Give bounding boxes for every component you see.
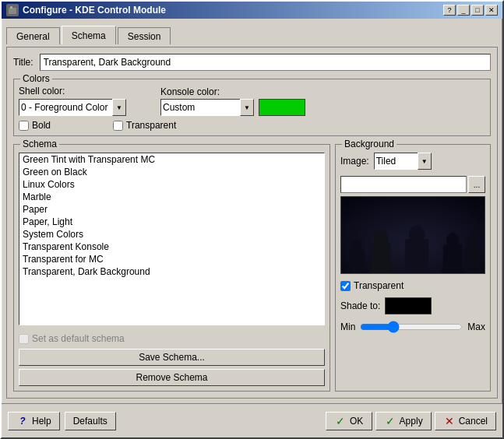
main-content: General Schema Session Title: Colors [2,19,502,403]
shell-color-select-wrapper: 0 - Foreground Color 1 - Background Colo… [19,99,126,116]
maximize-button[interactable]: □ [471,5,484,16]
colors-content: Shell color: 0 - Foreground Color 1 - Ba… [19,86,485,131]
svg-rect-1 [10,6,12,9]
tiled-select-wrapper: Tiled Scaled Centered None ▼ [374,153,432,170]
schema-list[interactable]: Green Tint with Transparent MC Green on … [19,153,324,325]
transparent-color-checkbox[interactable] [113,121,123,131]
save-schema-button[interactable]: Save Schema... [19,349,325,366]
image-label: Image: [340,156,369,167]
tab-general[interactable]: General [6,27,60,44]
schema-group: Schema Green Tint with Transparent MC Gr… [13,144,330,392]
checkbox-row: Bold Transparent [19,120,485,131]
slider-max-label: Max [467,321,485,332]
list-item[interactable]: Paper [19,203,324,216]
ok-button[interactable]: ✓ OK [326,412,372,430]
list-item[interactable]: Green Tint with Transparent MC [19,153,324,166]
title-input[interactable] [40,54,491,71]
konsole-inner: Custom Black Red Green ▼ [160,99,305,116]
bg-image-row: Image: Tiled Scaled Centered None ▼ [340,153,485,170]
titlebar-left: Configure - KDE Control Module [6,4,166,16]
set-default-label: Set as default schema [32,333,125,344]
titlebar-buttons: ? _ □ ✕ [443,5,498,16]
svg-point-15 [467,236,478,250]
tiled-select[interactable]: Tiled Scaled Centered None [374,153,432,170]
bg-transparent-row: Transparent [340,280,485,291]
close-button[interactable]: ✕ [485,5,498,16]
transparent-color-label: Transparent [126,120,176,131]
tab-bar: General Schema Session [6,23,498,44]
bg-path-input[interactable] [340,176,467,193]
bg-browse-button[interactable]: ... [468,176,485,193]
list-item[interactable]: Paper, Light [19,216,324,228]
colors-group-title: Colors [20,73,52,84]
svg-rect-0 [9,8,16,14]
tab-content-schema: Title: Colors Shell color: 0 - Foregroun… [6,47,498,399]
schema-panel: Schema Green Tint with Transparent MC Gr… [13,141,330,392]
title-label: Title: [13,57,33,68]
transparent-checkbox-item: Transparent [113,120,176,131]
help-icon: ? [16,415,29,427]
help-button[interactable]: ? Help [8,412,60,430]
set-default-row: Set as default schema [19,332,325,346]
help-button[interactable]: ? [443,5,456,16]
window-title: Configure - KDE Control Module [23,5,166,16]
svg-point-12 [446,233,459,248]
bottom-right-buttons: ✓ OK ✓ Apply ✕ Cancel [326,412,496,430]
app-icon [6,4,19,16]
titlebar: Configure - KDE Control Module ? _ □ ✕ [2,2,502,19]
konsole-color-label: Konsole color: [160,86,305,97]
list-item[interactable]: System Colors [19,228,324,241]
shell-color-select[interactable]: 0 - Foreground Color 1 - Background Colo… [19,99,126,116]
shade-row: Shade to: [340,297,485,314]
cancel-button[interactable]: ✕ Cancel [435,412,496,430]
list-item[interactable]: Linux Colors [19,178,324,191]
shell-color-group: Shell color: 0 - Foreground Color 1 - Ba… [19,86,126,116]
svg-point-18 [352,239,361,251]
tab-session[interactable]: Session [118,27,171,44]
bold-checkbox-item: Bold [19,120,51,131]
schema-group-title: Schema [20,139,59,149]
title-row: Title: [13,54,491,71]
list-item[interactable]: Green on Black [19,166,324,178]
tab-schema[interactable]: Schema [62,26,116,44]
defaults-button[interactable]: Defaults [65,412,116,430]
list-item selected[interactable]: Transparent, Dark Background [19,265,324,278]
konsole-color-group: Konsole color: Custom Black Red Green [160,86,305,116]
konsole-color-preview[interactable] [259,99,305,116]
bold-label: Bold [32,120,51,131]
set-default-checkbox[interactable] [19,334,29,344]
bg-path-row: ... [340,176,485,193]
main-window: Configure - KDE Control Module ? _ □ ✕ G… [0,0,504,439]
background-group-title: Background [342,139,397,149]
bg-transparent-checkbox[interactable] [340,281,351,291]
apply-button[interactable]: ✓ Apply [375,412,432,430]
shade-slider[interactable] [360,321,463,333]
svg-point-6 [374,230,388,248]
cancel-icon: ✕ [443,415,456,427]
konsole-color-select-wrapper: Custom Black Red Green ▼ [160,99,254,116]
list-item[interactable]: Transparent Konsole [19,241,324,253]
bottom-bar: ? Help Defaults ✓ OK ✓ Apply ✕ Cancel [2,403,502,437]
slider-row: Min Max [340,321,485,333]
background-group: Background Image: Tiled Scaled Centered [335,144,491,392]
ok-icon: ✓ [334,415,347,427]
schema-buttons: Save Schema... Remove Schema [19,349,325,386]
shade-to-label: Shade to: [340,300,380,311]
bold-checkbox[interactable] [19,121,29,131]
shade-color-preview[interactable] [385,297,432,314]
shell-color-label: Shell color: [19,86,126,97]
konsole-color-select[interactable]: Custom Black Red Green [160,99,254,116]
background-panel: Background Image: Tiled Scaled Centered [335,141,491,392]
bottom-left-buttons: ? Help Defaults [8,412,116,430]
bg-preview [340,196,485,274]
bg-transparent-label: Transparent [354,280,404,291]
list-item[interactable]: Transparent for MC [19,253,324,265]
svg-point-9 [409,226,425,245]
schema-list-container: Green Tint with Transparent MC Green on … [19,153,325,325]
slider-min-label: Min [340,321,355,332]
colors-group: Colors Shell color: 0 - Foreground Color… [13,79,491,136]
list-item[interactable]: Marble [19,191,324,203]
remove-schema-button[interactable]: Remove Schema [19,369,325,386]
main-panels: Schema Green Tint with Transparent MC Gr… [13,141,491,392]
minimize-button[interactable]: _ [457,5,470,16]
